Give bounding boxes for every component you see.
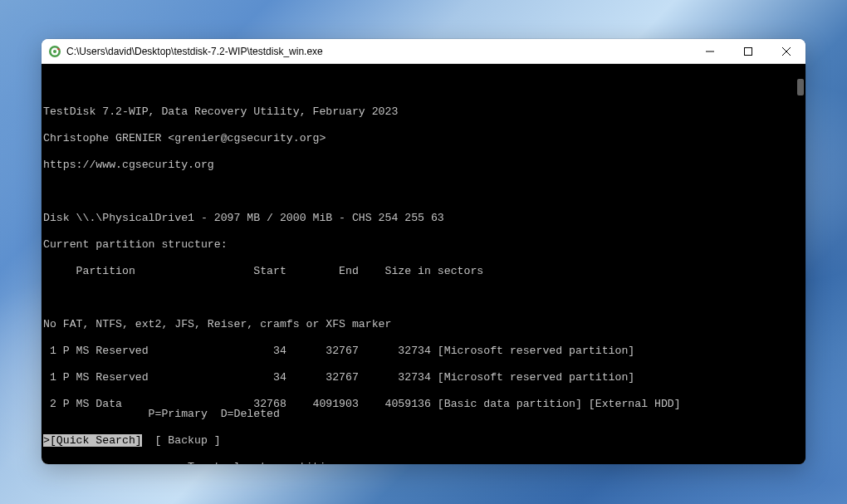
svg-point-2 (53, 50, 56, 53)
terminal-line: TestDisk 7.2-WIP, Data Recovery Utility,… (43, 105, 792, 119)
menu-line[interactable]: >[Quick Search] [ Backup ] (43, 434, 345, 448)
scrollbar-track[interactable] (792, 64, 805, 464)
terminal-line: Current partition structure: (43, 238, 792, 252)
terminal-line (43, 185, 792, 198)
terminal-line: Disk \\.\PhysicalDrive1 - 2097 MB / 2000… (43, 212, 792, 225)
terminal-area[interactable]: TestDisk 7.2-WIP, Data Recovery Utility,… (42, 64, 805, 464)
menu-quick-search[interactable]: [Quick Search] (50, 434, 142, 447)
legend-line: P=Primary D=Deleted (43, 408, 345, 421)
window-controls (691, 39, 805, 63)
terminal-content: TestDisk 7.2-WIP, Data Recovery Utility,… (43, 92, 792, 464)
minimize-button[interactable] (691, 39, 729, 63)
terminal-line: No FAT, NTFS, ext2, JFS, Reiser, cramfs … (43, 318, 792, 331)
menu-backup[interactable]: [ Backup ] (142, 434, 221, 447)
hint-line: Try to locate partition (43, 461, 345, 464)
terminal-line: Partition Start End Size in sectors (43, 265, 792, 278)
partition-row: 1 P MS Reserved 34 32767 32734 [Microsof… (43, 345, 792, 358)
terminal-line: Christophe GRENIER <grenier@cgsecurity.o… (43, 132, 792, 145)
terminal-bottom: P=Primary D=Deleted >[Quick Search] [ Ba… (43, 394, 345, 464)
partition-row: 1 P MS Reserved 34 32767 32734 [Microsof… (43, 371, 792, 384)
application-window: C:\Users\david\Desktop\testdisk-7.2-WIP\… (42, 39, 805, 464)
window-title: C:\Users\david\Desktop\testdisk-7.2-WIP\… (66, 46, 691, 57)
menu-marker: > (43, 434, 50, 447)
app-icon (48, 45, 61, 58)
scrollbar-thumb[interactable] (797, 79, 804, 95)
titlebar[interactable]: C:\Users\david\Desktop\testdisk-7.2-WIP\… (42, 39, 805, 64)
hint-text: Try to locate partition (43, 461, 339, 464)
terminal-line: https://www.cgsecurity.org (43, 159, 792, 172)
terminal-line (43, 291, 792, 305)
close-button[interactable] (767, 39, 805, 63)
svg-rect-5 (745, 47, 752, 55)
maximize-button[interactable] (729, 39, 767, 63)
